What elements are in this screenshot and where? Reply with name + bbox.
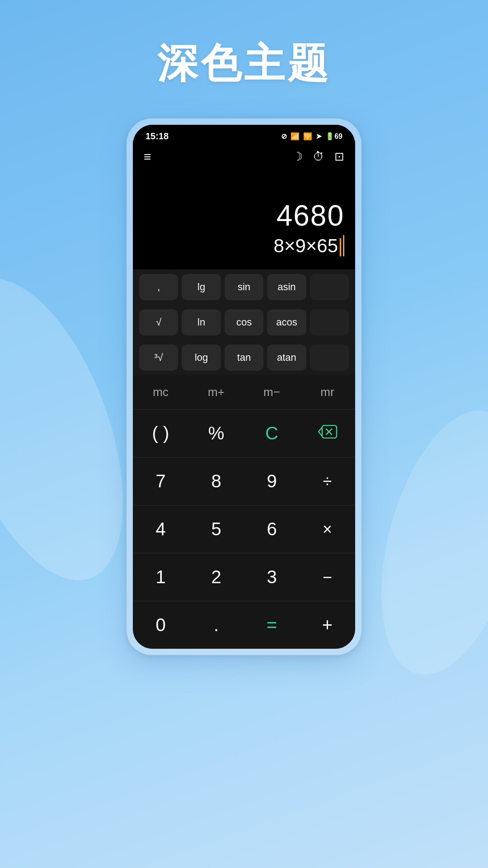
btn-sci-extra-3[interactable] — [310, 344, 349, 371]
btn-add[interactable]: + — [300, 601, 355, 649]
btn-7[interactable]: 7 — [133, 457, 188, 505]
calculator-grid: ( ) % C 7 8 9 ÷ 4 5 6 × 1 2 — [133, 409, 355, 649]
btn-cos[interactable]: cos — [225, 309, 263, 335]
btn-atan[interactable]: atan — [267, 344, 306, 371]
btn-ln[interactable]: ln — [182, 309, 221, 335]
btn-percent[interactable]: % — [188, 409, 244, 457]
btn-tan[interactable]: tan — [225, 344, 263, 371]
btn-sci-extra-1[interactable] — [310, 274, 349, 300]
app-topbar: ≡ ☽ ⏱ ⊡ — [133, 145, 355, 170]
btn-cbrt[interactable]: ³√ — [139, 344, 178, 371]
btn-mr[interactable]: mr — [300, 375, 355, 409]
btn-lg[interactable]: lg — [182, 274, 221, 300]
btn-0[interactable]: 0 — [133, 601, 188, 649]
status-bar: 15:18 ⊘ 📶 🛜 ➤ 🔋69 — [133, 125, 355, 145]
cursor: | — [338, 235, 344, 256]
history-icon[interactable]: ⏱ — [313, 150, 324, 164]
display-area: 4680 8×9×65| — [133, 170, 355, 269]
phone-frame: 15:18 ⊘ 📶 🛜 ➤ 🔋69 ≡ ☽ ⏱ ⊡ 4680 8×9×65| — [127, 118, 361, 655]
sci-row-3: ³√ log tan atan — [133, 340, 355, 375]
btn-acos[interactable]: acos — [267, 309, 306, 335]
btn-9[interactable]: 9 — [244, 457, 300, 505]
memory-row: mc m+ m− mr — [133, 375, 355, 409]
btn-sqrt[interactable]: √ — [139, 309, 178, 335]
btn-mminus[interactable]: m− — [244, 375, 300, 409]
phone-screen: 15:18 ⊘ 📶 🛜 ➤ 🔋69 ≡ ☽ ⏱ ⊡ 4680 8×9×65| — [133, 125, 355, 649]
btn-4[interactable]: 4 — [133, 505, 188, 553]
btn-sin[interactable]: sin — [225, 274, 263, 300]
signal-icon: ⊘ — [281, 132, 287, 141]
sci-row-1: , lg sin asin — [133, 269, 355, 305]
sci-row-2: √ ln cos acos — [133, 305, 355, 340]
status-time: 15:18 — [145, 131, 169, 142]
btn-3[interactable]: 3 — [244, 553, 300, 601]
btn-1[interactable]: 1 — [133, 553, 188, 601]
status-icons: ⊘ 📶 🛜 ➤ 🔋69 — [281, 132, 343, 141]
btn-subtract[interactable]: − — [300, 553, 355, 601]
arrow-icon: ➤ — [316, 132, 322, 141]
expression-display: 8×9×65| — [274, 235, 344, 257]
btn-log[interactable]: log — [182, 344, 221, 371]
btn-asin[interactable]: asin — [267, 274, 306, 300]
rotate-icon[interactable]: ⊡ — [334, 150, 344, 164]
btn-comma[interactable]: , — [139, 274, 178, 300]
expression-text: 8×9×65 — [274, 235, 338, 256]
btn-parens[interactable]: ( ) — [133, 409, 188, 457]
btn-clear[interactable]: C — [244, 409, 300, 457]
night-mode-icon[interactable]: ☽ — [292, 150, 303, 164]
btn-backspace[interactable] — [300, 409, 355, 457]
btn-divide[interactable]: ÷ — [300, 457, 355, 505]
menu-icon[interactable]: ≡ — [144, 151, 151, 163]
btn-equals[interactable]: = — [244, 601, 300, 649]
btn-decimal[interactable]: . — [188, 601, 244, 649]
result-display: 4680 — [277, 199, 344, 232]
btn-multiply[interactable]: × — [300, 505, 355, 553]
data-icon: 📶 — [291, 132, 300, 141]
battery-icon: 🔋69 — [325, 132, 343, 141]
page-title: 深色主题 — [157, 36, 331, 91]
wifi-icon: 🛜 — [303, 132, 312, 141]
btn-8[interactable]: 8 — [188, 457, 244, 505]
btn-sci-extra-2[interactable] — [310, 309, 349, 335]
btn-mc[interactable]: mc — [133, 375, 188, 409]
btn-2[interactable]: 2 — [188, 553, 244, 601]
btn-mplus[interactable]: m+ — [188, 375, 244, 409]
topbar-right-icons: ☽ ⏱ ⊡ — [292, 150, 344, 164]
btn-6[interactable]: 6 — [244, 505, 300, 553]
btn-5[interactable]: 5 — [188, 505, 244, 553]
